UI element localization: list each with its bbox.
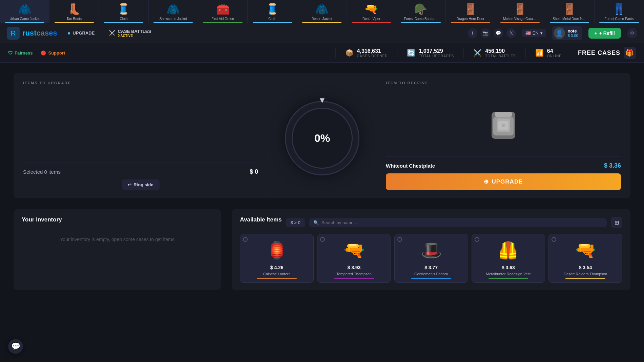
item-card-0[interactable]: 🏮 $ 4.26 Chinese Lantern bbox=[240, 234, 314, 283]
instagram-icon[interactable]: 📷 bbox=[481, 28, 490, 38]
item-card-4[interactable]: 🔫 $ 3.54 Desert Raiders Thompson bbox=[548, 234, 622, 283]
stats-bar: 🛡 Fairness 🔴 Support 📦 4,316,631 CASES O… bbox=[0, 43, 644, 63]
available-section: Available Items $ > 0 🔍 ⊞ 🏮 $ 4.26 Chi bbox=[232, 209, 630, 290]
shield-icon: 🛡 bbox=[8, 50, 13, 56]
discord-icon[interactable]: 💬 bbox=[494, 28, 503, 38]
items-grid: 🏮 $ 4.26 Chinese Lantern 🔫 $ 3.93 Temper… bbox=[240, 234, 622, 283]
stat-cases-opened: 📦 4,316,631 CASES OPENED bbox=[335, 48, 397, 58]
price-filter-button[interactable]: $ > 0 bbox=[286, 218, 305, 227]
chevron-down-icon: ▾ bbox=[540, 30, 543, 36]
upgrade-nav-button[interactable]: ● UPGRADE bbox=[63, 28, 99, 38]
facebook-icon[interactable]: f bbox=[468, 28, 477, 38]
strip-item-11[interactable]: 🚪 Sheet Metal Door from bbox=[545, 0, 595, 23]
item-radio-3[interactable] bbox=[475, 237, 479, 242]
item-img-3: 🦺 bbox=[495, 238, 522, 262]
main-content: ITEMS TO UPGRADE Selected 0 items $ 0 ↩ … bbox=[0, 63, 644, 290]
strip-item-0[interactable]: 🧥 Urban Camo Jacket bbox=[0, 0, 49, 23]
flag-icon: 🇺🇸 bbox=[525, 30, 531, 36]
search-box[interactable]: 🔍 bbox=[309, 218, 607, 227]
filter-icon: ⊞ bbox=[615, 219, 619, 226]
strip-item-7[interactable]: 🔫 Death Viper bbox=[347, 0, 396, 23]
upgrade-section: ITEMS TO UPGRADE Selected 0 items $ 0 ↩ … bbox=[14, 73, 630, 198]
search-input[interactable] bbox=[321, 220, 603, 225]
item-rarity-0 bbox=[257, 278, 296, 279]
item-radio-4[interactable] bbox=[552, 237, 556, 242]
swords-icon: ⚔️ bbox=[109, 30, 116, 36]
user-info[interactable]: 👤 xote $ 0.00 bbox=[552, 26, 582, 40]
battles-icon: ⚔️ bbox=[473, 49, 482, 57]
settings-icon[interactable]: ⚙ bbox=[627, 28, 637, 38]
svg-rect-3 bbox=[495, 112, 512, 117]
item-radio-1[interactable] bbox=[320, 237, 325, 242]
inventory-section: Your Inventory Your inventory is empty, … bbox=[14, 209, 221, 290]
free-cases-button[interactable]: FREE CASES 🎁 bbox=[578, 47, 636, 59]
support-button[interactable]: 🔴 Support bbox=[37, 49, 69, 57]
item-card-3[interactable]: 🦺 $ 3.63 Metalhunter Roadsign Vest bbox=[472, 234, 545, 283]
item-img-4: 🔫 bbox=[572, 238, 599, 262]
item-rarity-3 bbox=[489, 278, 528, 279]
item-img-0: 🏮 bbox=[263, 238, 290, 262]
item-to-receive-img bbox=[483, 103, 524, 144]
support-icon: 🔴 bbox=[41, 50, 46, 56]
strip-item-4[interactable]: 🧰 First Aid Green bbox=[198, 0, 248, 23]
strip-item-6[interactable]: 🧥 Desert Jacket bbox=[297, 0, 347, 23]
upgrade-dot-icon: ● bbox=[67, 30, 71, 36]
item-radio-0[interactable] bbox=[243, 237, 248, 242]
fairness-button[interactable]: 🛡 Fairness bbox=[8, 49, 37, 57]
filter-button[interactable]: ⊞ bbox=[611, 217, 622, 228]
strip-item-9[interactable]: 🚪 Dragon Horn Door bbox=[446, 0, 495, 23]
item-rarity-1 bbox=[334, 278, 374, 279]
wheel-outer: 0% bbox=[285, 101, 359, 175]
ring-icon: ↩ bbox=[128, 182, 131, 187]
upgrade-left-panel: ITEMS TO UPGRADE Selected 0 items $ 0 ↩ … bbox=[14, 73, 268, 198]
header: R rustcases ● UPGRADE ⚔️ CASE BATTLES 0 … bbox=[0, 23, 644, 43]
logo[interactable]: R rustcases bbox=[7, 27, 57, 40]
item-img-1: 🔫 bbox=[340, 238, 368, 262]
strip-item-5[interactable]: 🧵 Cloth bbox=[248, 0, 297, 23]
gift-icon: 🎁 bbox=[624, 47, 636, 59]
item-rarity-2 bbox=[411, 278, 451, 279]
social-icons: f 📷 💬 𝕏 bbox=[468, 28, 516, 38]
plus-icon: + bbox=[595, 30, 597, 36]
upgrade-button[interactable]: ⊕ UPGRADE bbox=[386, 173, 621, 190]
upgrade-right-panel: ITEM TO RECEIVE Whiteout Chestplate bbox=[376, 73, 630, 198]
avatar: 👤 bbox=[554, 27, 565, 39]
item-to-receive bbox=[386, 90, 621, 156]
upgrade-right-bottom: Whiteout Chestplate $ 3.36 bbox=[386, 156, 621, 169]
strip-item-10[interactable]: 🚪 Molten Visage Garage D... bbox=[495, 0, 545, 23]
svg-point-7 bbox=[502, 124, 505, 127]
ring-side-button[interactable]: ↩ Ring side bbox=[122, 179, 160, 190]
plus-circle-icon: ⊕ bbox=[484, 178, 489, 185]
item-rarity-4 bbox=[565, 278, 605, 279]
strip-item-1[interactable]: 👢 Tan Boots bbox=[49, 0, 99, 23]
svg-text:R: R bbox=[11, 29, 16, 37]
refill-button[interactable]: + + Refill bbox=[588, 28, 621, 39]
available-header: Available Items $ > 0 🔍 ⊞ bbox=[240, 216, 622, 229]
wheel-inner: 0% bbox=[292, 108, 353, 169]
twitter-icon[interactable]: 𝕏 bbox=[506, 28, 516, 38]
item-card-1[interactable]: 🔫 $ 3.93 Tempered Thompson bbox=[317, 234, 391, 283]
stat-total-upgrades: 🔄 1,037,529 TOTAL UPGRADES bbox=[397, 48, 463, 58]
upgrade-items-area bbox=[23, 90, 258, 163]
strip-item-8[interactable]: 🪖 Forest Camo Bandana bbox=[396, 0, 446, 23]
cases-icon: 📦 bbox=[345, 49, 354, 57]
item-img-2: 🎩 bbox=[418, 238, 445, 262]
strip-item-2[interactable]: 🧵 Cloth bbox=[99, 0, 148, 23]
bottom-section: Your Inventory Your inventory is empty, … bbox=[14, 209, 630, 290]
item-strip: 🧥 Urban Camo Jacket 👢 Tan Boots 🧵 Cloth … bbox=[0, 0, 644, 23]
search-icon: 🔍 bbox=[313, 220, 319, 225]
item-card-2[interactable]: 🎩 $ 3.77 Gentleman's Fedora bbox=[394, 234, 468, 283]
stat-online: 📶 64 ONLINE bbox=[525, 48, 571, 58]
online-icon: 📶 bbox=[535, 49, 544, 57]
logo-icon: R bbox=[7, 27, 20, 40]
upgrade-left-bottom: Selected 0 items $ 0 bbox=[23, 163, 258, 175]
item-radio-2[interactable] bbox=[397, 237, 402, 242]
wheel-arrow-icon: ▼ bbox=[318, 95, 326, 105]
stat-total-battles: ⚔️ 456,190 TOTAL BATTLES bbox=[463, 48, 525, 58]
language-selector[interactable]: 🇺🇸 EN ▾ bbox=[522, 29, 546, 37]
upgrade-wheel: ▼ 0% bbox=[268, 73, 376, 198]
upgrades-icon: 🔄 bbox=[407, 49, 415, 57]
strip-item-12[interactable]: 👖 Forest Camo Pants bbox=[595, 0, 644, 23]
case-battles-nav-button[interactable]: ⚔️ CASE BATTLES 0 ACTIVE bbox=[105, 27, 155, 40]
strip-item-3[interactable]: 🧥 Snowcamo Jacket bbox=[149, 0, 198, 23]
